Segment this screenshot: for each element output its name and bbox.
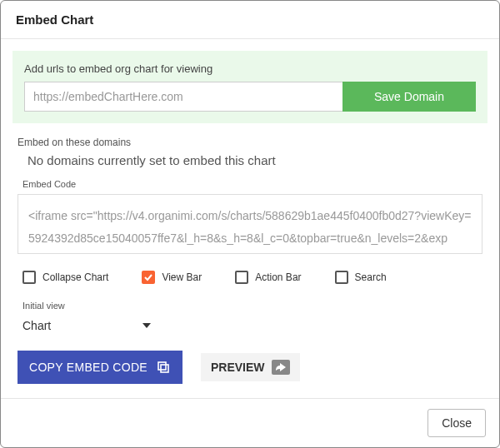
copy-label: COPY EMBED CODE <box>29 361 148 374</box>
collapse-chart-option[interactable]: Collapse Chart <box>22 271 108 284</box>
svg-rect-1 <box>161 365 168 372</box>
chevron-down-icon <box>142 323 151 328</box>
url-input[interactable] <box>24 82 342 112</box>
embed-code-box[interactable]: <iframe src="https://v4.organimi.com/s/c… <box>18 194 482 254</box>
copy-icon <box>156 360 171 375</box>
svg-rect-0 <box>158 362 166 370</box>
preview-button[interactable]: PREVIEW <box>201 353 300 381</box>
preview-label: PREVIEW <box>211 361 265 374</box>
initial-view-label: Initial view <box>18 301 482 311</box>
url-label: Add urls to embed org chart for viewing <box>24 62 476 75</box>
checkbox-icon <box>142 271 155 284</box>
url-section: Add urls to embed org chart for viewing … <box>12 51 488 123</box>
url-row: Save Domain <box>24 82 476 112</box>
domains-label: Embed on these domains <box>18 137 482 148</box>
share-icon <box>272 360 290 375</box>
checkbox-icon <box>235 271 248 284</box>
close-button[interactable]: Close <box>428 409 486 437</box>
option-label: Collapse Chart <box>42 271 108 283</box>
modal-header: Embed Chart <box>1 1 499 39</box>
copy-embed-code-button[interactable]: COPY EMBED CODE <box>18 351 182 384</box>
action-bar-option[interactable]: Action Bar <box>235 271 301 284</box>
action-buttons: COPY EMBED CODE PREVIEW <box>18 351 482 384</box>
domains-empty: No domains currently set to embed this c… <box>18 153 482 167</box>
options-row: Collapse Chart View Bar Action Bar <box>18 271 482 284</box>
save-domain-button[interactable]: Save Domain <box>342 82 476 112</box>
view-bar-option[interactable]: View Bar <box>142 271 202 284</box>
select-value: Chart <box>22 319 51 332</box>
option-label: Search <box>355 271 387 283</box>
search-option[interactable]: Search <box>335 271 387 284</box>
option-label: Action Bar <box>255 271 301 283</box>
embed-chart-modal: Embed Chart Add urls to embed org chart … <box>0 0 500 448</box>
modal-footer: Close <box>1 398 499 447</box>
embed-code-label: Embed Code <box>18 179 482 189</box>
initial-view-select[interactable]: Chart <box>18 319 482 332</box>
option-label: View Bar <box>162 271 202 283</box>
checkbox-icon <box>335 271 348 284</box>
checkbox-icon <box>22 271 36 284</box>
modal-title: Embed Chart <box>16 12 484 27</box>
modal-body: Add urls to embed org chart for viewing … <box>1 39 499 398</box>
